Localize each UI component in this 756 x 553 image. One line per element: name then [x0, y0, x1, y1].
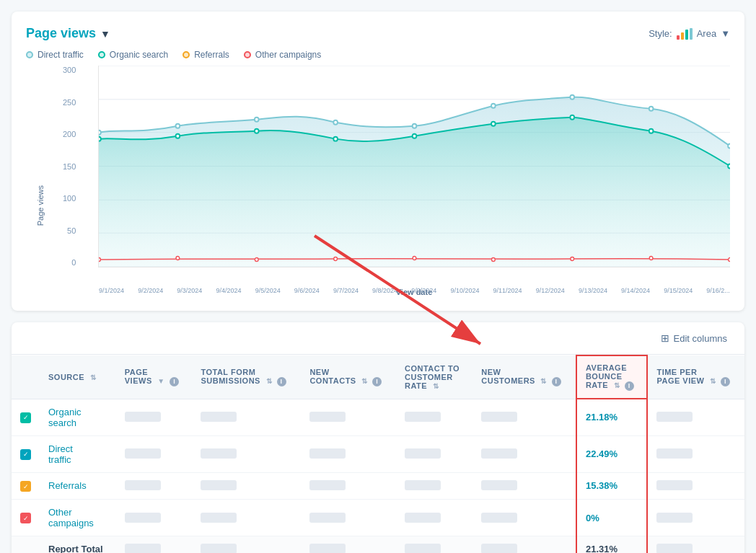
source-cell: Referrals	[40, 472, 116, 500]
svg-point-14	[649, 107, 654, 111]
table-row: ✓ Othercampaigns █████ ████ ████ █████ █…	[12, 500, 744, 536]
svg-point-21	[491, 122, 496, 126]
time-per-view-cell: ████	[647, 472, 744, 500]
edit-columns-label: Edit columns	[674, 333, 727, 344]
dropdown-arrow-icon[interactable]: ▼	[100, 28, 110, 40]
source-link[interactable]: Directtraffic	[48, 443, 73, 465]
sort-icon: ⇅	[710, 377, 716, 385]
total-form: ████	[192, 536, 301, 554]
row-checkbox[interactable]: ✓	[20, 481, 31, 492]
legend-label: Referrals	[194, 50, 229, 60]
bounce-rate-cell: 22.49%	[576, 435, 648, 472]
time-per-view-cell: ████	[647, 500, 744, 536]
total-form-cell: ████	[192, 435, 301, 472]
th-contact-rate[interactable]: CONTACT TOCUSTOMERRATE ⇅	[396, 355, 472, 399]
source-link[interactable]: Referrals	[48, 480, 87, 491]
new-contacts-cell: ████	[301, 399, 396, 435]
total-bounce-rate: 21.31%	[576, 536, 648, 554]
th-source[interactable]: SOURCE ⇅	[40, 355, 116, 399]
legend-direct-traffic[interactable]: Direct traffic	[26, 50, 84, 60]
edit-columns-icon: ⊞	[661, 332, 669, 344]
row-checkbox[interactable]: ✓	[20, 412, 31, 423]
time-per-view-cell: ████	[647, 435, 744, 472]
page-views-cell: █████	[116, 472, 193, 500]
page-views-cell: █████	[116, 435, 193, 472]
table-row: ✓ Organicsearch █████ ████ ████ █████ ██…	[12, 399, 744, 435]
svg-point-23	[649, 129, 654, 133]
sort-icon: ⇅	[614, 381, 620, 389]
page-views-cell: █████	[116, 500, 193, 536]
total-checkbox-cell	[12, 536, 40, 554]
new-customers-cell: ████	[472, 435, 576, 472]
svg-point-12	[491, 104, 496, 108]
svg-point-11	[413, 124, 417, 128]
row-checkbox[interactable]: ✓	[20, 449, 31, 460]
chart-legend: Direct traffic Organic search Referrals …	[26, 50, 730, 60]
y-axis-label: Page views	[36, 185, 45, 226]
row-checkbox-cell[interactable]: ✓	[12, 500, 40, 536]
svg-point-8	[176, 124, 180, 128]
row-checkbox-cell[interactable]: ✓	[12, 399, 40, 435]
info-icon: i	[625, 381, 634, 391]
svg-point-16	[99, 137, 101, 141]
row-checkbox-cell[interactable]: ✓	[12, 435, 40, 472]
svg-point-28	[334, 257, 338, 261]
source-cell: Organicsearch	[40, 399, 116, 435]
th-new-contacts[interactable]: NEWCONTACTS ⇅ i	[301, 355, 396, 399]
th-new-customers[interactable]: NEWCUSTOMERS ⇅ i	[472, 355, 576, 399]
style-icon	[677, 28, 693, 40]
legend-other-campaigns[interactable]: Other campaigns	[244, 50, 321, 60]
sort-icon: ⇅	[361, 377, 368, 385]
total-form-cell: ████	[192, 472, 301, 500]
source-link[interactable]: Organicsearch	[48, 407, 82, 428]
contact-rate-cell: █████	[396, 435, 472, 472]
total-form-cell: ████	[192, 500, 301, 536]
total-bounce-value: 21.31%	[586, 544, 617, 553]
sort-icon: ▼	[157, 377, 164, 385]
svg-point-7	[99, 130, 101, 135]
new-contacts-cell: ████	[301, 435, 396, 472]
new-customers-cell: ████	[472, 500, 576, 536]
svg-point-9	[255, 118, 259, 122]
style-dropdown-icon[interactable]: ▼	[721, 28, 730, 39]
bounce-rate-cell: 0%	[576, 500, 648, 536]
table-header-row: SOURCE ⇅ PAGEVIEWS ▼ i TOTAL FORMSUBMISS…	[12, 355, 744, 399]
table-row: ✓ Directtraffic █████ ████ ████ █████ ██…	[12, 435, 744, 472]
table-total-row: Report Total █████ ████ ████ █████ ████ …	[12, 536, 744, 554]
svg-point-31	[571, 257, 574, 261]
legend-label: Organic search	[110, 50, 168, 60]
y-axis: 300250200150100500	[63, 66, 82, 267]
source-cell: Directtraffic	[40, 435, 116, 472]
svg-point-33	[729, 258, 730, 262]
chart-card: Page views ▼ Style: Area ▼ Direct traffi…	[12, 12, 744, 311]
th-checkbox	[12, 355, 40, 399]
sort-icon: ⇅	[540, 377, 547, 385]
legend-label: Direct traffic	[38, 50, 84, 60]
contact-rate-cell: █████	[396, 500, 472, 536]
info-icon: i	[277, 377, 286, 386]
style-control: Style: Area ▼	[649, 28, 730, 40]
table-section: ⊞ Edit columns SOURCE ⇅ PAGEVIEWS ▼	[12, 322, 744, 553]
th-page-views[interactable]: PAGEVIEWS ▼ i	[116, 355, 193, 399]
th-total-form[interactable]: TOTAL FORMSUBMISSIONS ⇅ i	[192, 355, 301, 399]
chart-title-text: Page views	[26, 26, 96, 41]
row-checkbox-cell[interactable]: ✓	[12, 472, 40, 500]
th-bounce-rate[interactable]: AVERAGEBOUNCERATE ⇅ i	[576, 355, 648, 399]
svg-point-29	[413, 257, 416, 260]
info-icon: i	[721, 377, 730, 386]
total-contacts: ████	[301, 536, 396, 554]
svg-point-10	[333, 120, 338, 125]
th-time-per-view[interactable]: TIME PERPAGE VIEW ⇅ i	[647, 355, 744, 399]
edit-columns-button[interactable]: ⊞ Edit columns	[655, 329, 733, 347]
chart-svg	[99, 66, 730, 267]
legend-organic-search[interactable]: Organic search	[98, 50, 168, 60]
legend-label: Other campaigns	[255, 50, 321, 60]
new-contacts-cell: ████	[301, 500, 396, 536]
total-form-cell: ████	[192, 399, 301, 435]
legend-referrals[interactable]: Referrals	[183, 50, 229, 60]
source-link[interactable]: Othercampaigns	[48, 507, 94, 528]
row-checkbox[interactable]: ✓	[20, 513, 31, 523]
svg-point-17	[176, 134, 180, 138]
chart-title[interactable]: Page views ▼	[26, 26, 110, 41]
sort-icon: ⇅	[433, 382, 439, 390]
